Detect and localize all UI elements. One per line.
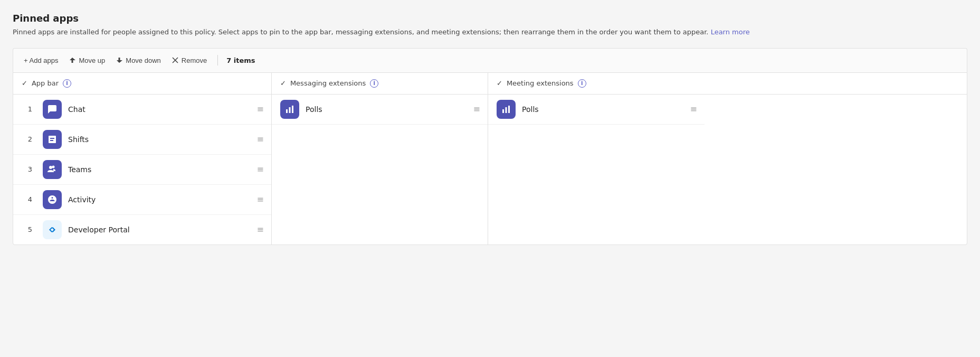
table-row: 2 Shifts ≡ <box>13 125 271 155</box>
app-icon-shifts <box>43 130 62 149</box>
page-title: Pinned apps <box>13 13 967 24</box>
drag-handle[interactable]: ≡ <box>257 224 263 234</box>
columns-header: ✓ App bar i ✓ Messaging extensions i ✓ M… <box>13 73 967 95</box>
toolbar-separator <box>217 55 218 65</box>
teams-icon <box>47 164 58 175</box>
appbar-col-label: App bar <box>32 79 59 87</box>
table-row: 3 Teams ≡ <box>13 155 271 185</box>
move-up-button[interactable]: Move up <box>64 54 109 67</box>
table-row: Polls ≡ <box>488 95 705 125</box>
svg-rect-4 <box>289 107 291 113</box>
app-icon-activity <box>43 190 62 209</box>
messaging-extensions-list: Polls ≡ <box>272 95 488 245</box>
drag-handle[interactable]: ≡ <box>257 164 263 174</box>
drag-handle[interactable]: ≡ <box>257 104 263 114</box>
table-row: 4 Activity ≡ <box>13 185 271 215</box>
appbar-check-icon: ✓ <box>22 79 27 87</box>
content-area: 1 Chat ≡ 2 Shifts ≡ 3 <box>13 95 967 245</box>
polls-icon-meeting <box>497 100 516 119</box>
app-name-shifts: Shifts <box>68 135 251 144</box>
developer-icon <box>47 224 58 235</box>
learn-more-link[interactable]: Learn more <box>711 28 750 36</box>
appbar-info-icon[interactable]: i <box>63 79 71 88</box>
col-header-messaging: ✓ Messaging extensions i <box>272 73 488 94</box>
page-description: Pinned apps are installed for people ass… <box>13 27 910 37</box>
drag-handle[interactable]: ≡ <box>257 134 263 144</box>
meeting-check-icon: ✓ <box>497 79 502 87</box>
arrow-down-icon <box>116 57 123 64</box>
app-name-activity: Activity <box>68 195 251 204</box>
main-table: ✓ App bar i ✓ Messaging extensions i ✓ M… <box>13 72 967 245</box>
row-number: 4 <box>22 195 32 203</box>
polls-name-messaging: Polls <box>306 105 467 114</box>
app-icon-developer <box>43 220 62 239</box>
chat-icon <box>47 104 58 115</box>
col-header-meeting: ✓ Meeting extensions i <box>488 73 705 94</box>
row-number: 1 <box>22 105 32 113</box>
items-count: 7 items <box>226 57 255 64</box>
svg-rect-5 <box>292 106 293 113</box>
close-icon <box>172 57 179 64</box>
meeting-extensions-list: Polls ≡ <box>488 95 705 245</box>
table-row: 5 Developer Portal ≡ <box>13 215 271 245</box>
svg-point-1 <box>52 165 55 168</box>
row-number: 3 <box>22 165 32 173</box>
table-row: 1 Chat ≡ <box>13 95 271 125</box>
svg-rect-6 <box>502 109 504 113</box>
remove-button[interactable]: Remove <box>167 54 211 67</box>
app-icon-teams <box>43 160 62 179</box>
col-header-appbar: ✓ App bar i <box>13 73 272 94</box>
svg-rect-8 <box>508 106 510 113</box>
polls-icon-messaging <box>280 100 299 119</box>
svg-rect-3 <box>286 109 288 113</box>
drag-handle[interactable]: ≡ <box>473 104 479 114</box>
row-number: 5 <box>22 226 32 233</box>
row-number: 2 <box>22 135 32 143</box>
messaging-info-icon[interactable]: i <box>370 79 378 88</box>
shifts-icon <box>47 134 58 145</box>
table-row: Polls ≡ <box>272 95 488 125</box>
move-down-button[interactable]: Move down <box>111 54 165 67</box>
polls-chart-icon <box>284 104 295 115</box>
add-apps-button[interactable]: + Add apps <box>20 54 62 67</box>
drag-handle[interactable]: ≡ <box>690 104 696 114</box>
app-name-chat: Chat <box>68 105 251 114</box>
polls-chart-icon <box>501 104 511 115</box>
svg-rect-7 <box>506 107 507 113</box>
messaging-col-label: Messaging extensions <box>290 79 366 87</box>
meeting-info-icon[interactable]: i <box>578 79 586 88</box>
toolbar: + Add apps Move up Move down Remove 7 it… <box>13 48 967 72</box>
messaging-check-icon: ✓ <box>280 79 286 87</box>
app-name-teams: Teams <box>68 165 251 174</box>
meeting-col-label: Meeting extensions <box>507 79 574 87</box>
app-bar-list: 1 Chat ≡ 2 Shifts ≡ 3 <box>13 95 272 245</box>
app-name-developer: Developer Portal <box>68 226 251 234</box>
activity-icon <box>47 194 58 205</box>
drag-handle[interactable]: ≡ <box>257 194 263 204</box>
app-icon-chat <box>43 100 62 119</box>
svg-point-2 <box>49 166 52 169</box>
svg-rect-0 <box>49 136 56 143</box>
polls-name-meeting: Polls <box>522 105 684 114</box>
arrow-up-icon <box>69 57 76 64</box>
